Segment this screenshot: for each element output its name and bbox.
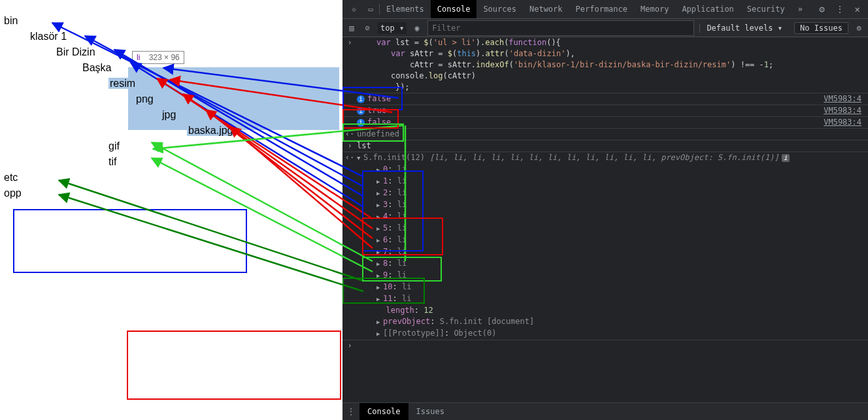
tooltip-tag: li [137,53,140,62]
context-selector[interactable]: top ▾ [378,22,407,34]
anno-box-lgreen-right-top [342,123,404,142]
code-line: var lst = $('ul > li').each(function(){ [357,38,868,48]
log-line[interactable]: S.fn.init(12) [li, li, li, li, li, li, l… [357,153,868,163]
tab-performance[interactable]: Performance [569,0,634,18]
tab-memory[interactable]: Memory [634,0,675,18]
code-line: var sAttr = $(this).attr('data-dizin'), [357,49,868,59]
caret-icon[interactable] [376,317,382,327]
gear-icon[interactable]: ⚙ [816,4,827,14]
prompt-icon: › [342,38,357,48]
list-item[interactable]: jpg baska.jpg [161,107,342,138]
li-label: Bir Dizin [56,46,95,57]
list-item[interactable]: tif [108,154,342,170]
tooltip-dimensions: 323 × 96 [149,53,180,62]
list-item[interactable]: bin klasör 1 Bir Dizin Başka resim [4,13,342,170]
obj-prop[interactable]: length: 12 [357,306,868,315]
source-link[interactable]: VM5983:4 [824,118,868,127]
list-item[interactable]: resim png jpg baska.jpg [108,76,342,138]
drawer-tab-console[interactable]: Console [359,403,409,420]
log-line: undefined [357,129,868,139]
list-item[interactable]: gif [108,138,342,154]
issues-badge[interactable]: No Issues [794,22,848,34]
anno-box-red-right-list [362,218,443,255]
anno-box-blue-left [13,209,247,273]
console-body[interactable]: › var lst = $('ul > li').each(function()… [342,37,868,402]
anno-box-red-left [127,331,341,400]
log-line[interactable]: ifalse [357,118,824,127]
info-icon[interactable]: i [782,154,790,162]
app-root: li 323 × 96 bin klasör 1 Bir Dizin Başka… [0,0,868,420]
li-label: tif [108,156,116,167]
li-label: jpg [161,109,177,120]
inspect-tooltip: li 323 × 96 [132,51,184,64]
result-icon: ‹· [342,153,357,163]
source-link[interactable]: VM5983:4 [824,94,868,104]
log-levels[interactable]: Default levels ▾ [699,24,789,33]
filter-input[interactable] [427,20,694,36]
obj-prop[interactable]: [[Prototype]]: Object(0) [357,329,868,339]
list-item[interactable]: opp [4,186,342,201]
code-line: lst [357,141,868,151]
li-label: bin [4,15,18,26]
caret-icon[interactable] [357,153,362,163]
prompt-icon: › [342,141,357,151]
li-label: resim [108,78,137,89]
li-label: opp [4,187,22,199]
tab-network[interactable]: Network [523,0,569,18]
li-label: etc [4,172,18,183]
prompt-input[interactable] [357,341,868,351]
kebab-icon[interactable]: ⋮ [833,4,847,14]
gear-icon[interactable]: ⚙ [854,24,864,33]
console-toolbar: ▤ ⊘ top ▾ ◉ Default levels ▾ No Issues ⚙ [342,19,868,37]
tab-security[interactable]: Security [741,0,792,18]
list-item[interactable]: png jpg baska.jpg [135,91,342,138]
list-item[interactable]: baska.jpg [187,123,342,138]
code-line: cAttr = sAttr.indexOf('bin/klasor-1/bir-… [357,60,868,70]
anno-box-blue-right-top [342,87,403,110]
inspect-element-icon[interactable]: ⟐ [345,5,362,14]
drawer-tab-issues[interactable]: Issues [409,403,452,420]
log-line[interactable]: itrue [357,106,824,116]
code-line: console.log(cAttr) [357,71,868,81]
tab-console[interactable]: Console [431,0,477,18]
li-label: png [135,93,155,105]
list-item[interactable]: Başka resim png jpg [82,60,342,170]
devtools-drawer: ⋮ Console Issues [342,402,868,420]
tab-more[interactable]: » [792,0,809,18]
kebab-icon[interactable]: ⋮ [342,407,359,416]
caret-icon[interactable] [376,329,382,339]
ul-tree: bin klasör 1 Bir Dizin Başka resim [0,0,342,201]
devtools-tabstrip: ⟐ ▭ Elements Console Sources Network Per… [342,0,868,19]
device-toggle-icon[interactable]: ▭ [362,5,379,14]
anno-box-dgreen-right-list [342,278,425,304]
log-line[interactable]: ifalse [357,94,824,104]
obj-prop[interactable]: prevObject: S.fn.init [document] [357,317,868,327]
list-item[interactable]: Bir Dizin Başka resim png [56,44,342,170]
page-pane[interactable]: li 323 × 96 bin klasör 1 Bir Dizin Başka… [0,0,342,420]
tab-elements[interactable]: Elements [380,0,431,18]
live-expression-icon[interactable]: ◉ [412,24,422,33]
sidebar-toggle-icon[interactable]: ▤ [346,24,357,33]
code-line: }); [357,82,868,92]
li-label: gif [108,140,120,152]
prompt-icon: › [342,341,357,351]
li-label: baska.jpg [187,125,235,136]
tab-sources[interactable]: Sources [476,0,523,18]
list-item[interactable]: etc [4,170,342,186]
li-label: klasör 1 [30,31,67,42]
tab-application[interactable]: Application [675,0,740,18]
devtools-pane: ⟐ ▭ Elements Console Sources Network Per… [342,0,868,420]
clear-console-icon[interactable]: ⊘ [362,24,373,33]
close-icon[interactable]: ✕ [852,4,863,14]
list-item[interactable]: klasör 1 Bir Dizin Başka resim png [30,29,342,170]
source-link[interactable]: VM5983:4 [824,106,868,116]
li-label: Başka [82,62,111,73]
